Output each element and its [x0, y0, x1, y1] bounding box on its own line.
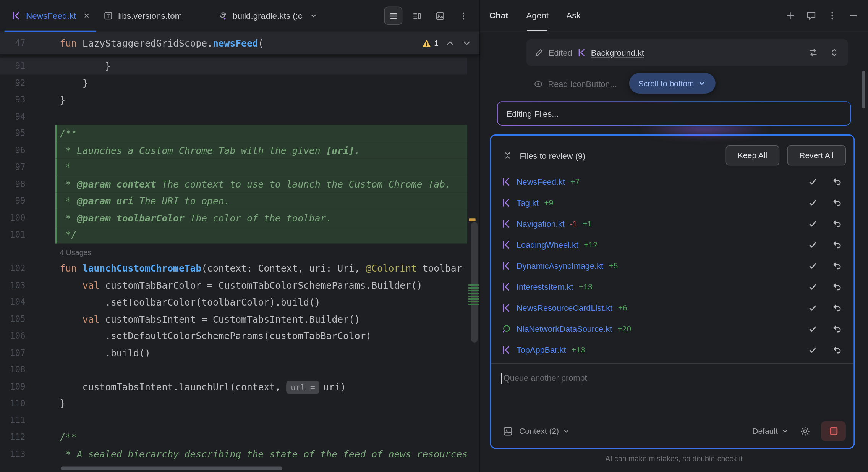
file-name-link[interactable]: LoadingWheel.kt [517, 240, 578, 249]
split-editor-icon[interactable] [407, 6, 426, 25]
file-row[interactable]: NewsResourceCardList.kt+6 [502, 297, 846, 318]
editor-options-kebab-icon[interactable] [454, 6, 472, 25]
revert-change-icon[interactable] [831, 239, 842, 250]
new-chat-icon[interactable] [784, 10, 796, 22]
context-selector[interactable]: Context (2) [519, 427, 570, 435]
code-line[interactable]: 109 customTabsIntent.launchUrl(context, … [0, 378, 467, 395]
file-name-link[interactable]: DynamicAsyncImage.kt [517, 261, 603, 270]
code-line[interactable]: 4 Usages [0, 243, 467, 260]
usages-hint[interactable]: 4 Usages [60, 248, 91, 257]
hide-panel-icon[interactable] [847, 10, 859, 22]
file-name-link[interactable]: InterestsItem.kt [517, 282, 573, 291]
file-row[interactable]: TopAppBar.kt+13 [502, 339, 846, 360]
revert-change-icon[interactable] [831, 281, 842, 292]
code-line[interactable]: 113 * A sealed hierarchy describing the … [0, 446, 467, 462]
edited-file-card[interactable]: Edited Background.kt [526, 39, 848, 66]
accept-change-icon[interactable] [807, 176, 818, 187]
file-row[interactable]: NiaNetworkDataSource.kt+20 [502, 318, 846, 339]
expand-collapse-icon[interactable] [828, 47, 840, 59]
file-name-link[interactable]: Navigation.kt [517, 219, 565, 228]
read-file-step[interactable]: Read IconButton... [534, 79, 617, 89]
file-row[interactable]: Tag.kt+9 [502, 192, 846, 213]
prompt-input[interactable]: Queue another prompt [491, 364, 853, 418]
code-line[interactable]: 105 val customTabsIntent = CustomTabsInt… [0, 311, 467, 328]
file-row[interactable]: NewsFeed.kt+7 [502, 171, 846, 192]
revert-change-icon[interactable] [831, 302, 842, 313]
code-line[interactable]: 102fun launchCustomChromeTab(context: Co… [0, 260, 467, 277]
code-line[interactable]: 101 */ [0, 226, 467, 243]
code-line[interactable]: 107 .build() [0, 344, 467, 361]
editor-horizontal-scrollbar[interactable] [61, 466, 282, 470]
close-tab-icon[interactable]: × [84, 11, 89, 21]
stop-button[interactable] [821, 421, 846, 441]
code-line[interactable]: 112/** [0, 429, 467, 446]
code-line[interactable]: 99 * @param uri The URI to open. [0, 192, 467, 209]
code-line[interactable]: 94 [0, 108, 467, 125]
revert-change-icon[interactable] [831, 323, 842, 334]
revert-change-icon[interactable] [831, 218, 842, 229]
next-problem-icon[interactable] [462, 38, 471, 48]
revert-change-icon[interactable] [831, 176, 842, 187]
accept-change-icon[interactable] [807, 302, 818, 313]
code-line[interactable]: 96 * Launches a Custom Chrome Tab with t… [0, 142, 467, 159]
revert-change-icon[interactable] [831, 197, 842, 208]
tab-newsfeed-kt[interactable]: NewsFeed.kt × [5, 0, 97, 32]
code-editor[interactable]: 91 }92 }93}9495/**96 * Launches a Custom… [0, 55, 479, 472]
prev-problem-icon[interactable] [445, 38, 455, 48]
file-name-link[interactable]: NewsResourceCardList.kt [517, 303, 612, 312]
accept-change-icon[interactable] [807, 323, 818, 334]
code-line[interactable]: 108 [0, 361, 467, 378]
accept-change-icon[interactable] [807, 344, 818, 355]
model-selector[interactable]: Default [752, 427, 789, 435]
preview-image-icon[interactable] [431, 6, 449, 25]
edited-file-link[interactable]: Background.kt [591, 48, 644, 57]
attach-image-icon[interactable] [502, 425, 514, 437]
code-line[interactable]: 95/** [0, 125, 467, 142]
editor-list-view-icon[interactable] [384, 6, 403, 25]
file-name-link[interactable]: NiaNetworkDataSource.kt [517, 324, 612, 333]
chat-vertical-scrollbar[interactable] [862, 71, 865, 108]
code-line[interactable]: 98 * @param context The context to use t… [0, 176, 467, 192]
settings-gear-icon[interactable] [799, 425, 811, 437]
sticky-code-line[interactable]: 47 fun LazyStaggeredGridScope.newsFeed( … [0, 32, 479, 55]
file-name-link[interactable]: TopAppBar.kt [517, 345, 566, 354]
file-row[interactable]: InterestsItem.kt+13 [502, 276, 846, 297]
scroll-to-bottom-button[interactable]: Scroll to bottom [629, 73, 716, 94]
code-line[interactable]: 97 * [0, 159, 467, 176]
inlay-hint-chip[interactable]: url = [287, 380, 319, 394]
collapse-all-icon[interactable] [502, 149, 514, 162]
code-line[interactable]: 103 val customTabBarColor = CustomTabCol… [0, 277, 467, 294]
code-line[interactable]: 104 .setToolbarColor(toolbarColor).build… [0, 294, 467, 310]
editor-vertical-scrollbar[interactable] [471, 222, 478, 343]
file-row[interactable]: LoadingWheel.kt+12 [502, 234, 846, 255]
revert-change-icon[interactable] [831, 260, 842, 271]
revert-change-icon[interactable] [831, 344, 842, 355]
code-line[interactable]: 91 } [0, 58, 467, 74]
keep-all-button[interactable]: Keep All [725, 145, 779, 165]
tab-build-gradle-kts[interactable]: build.gradle.kts (:c [211, 0, 325, 32]
tab-libs-versions-toml[interactable]: libs.versions.toml [97, 0, 191, 32]
file-name-link[interactable]: Tag.kt [517, 198, 539, 207]
warnings-indicator[interactable]: 1 [422, 39, 438, 48]
code-line[interactable]: 93} [0, 91, 467, 108]
code-line[interactable]: 100 * @param toolbarColor The color of t… [0, 209, 467, 226]
tab-agent[interactable]: Agent [526, 0, 549, 31]
accept-change-icon[interactable] [807, 260, 818, 271]
accept-change-icon[interactable] [807, 197, 818, 208]
more-options-kebab-icon[interactable] [826, 10, 838, 22]
revert-all-button[interactable]: Revert All [787, 145, 846, 165]
accept-change-icon[interactable] [807, 218, 818, 229]
file-row[interactable]: Navigation.kt-1+1 [502, 213, 846, 234]
chevron-down-icon[interactable] [309, 11, 318, 20]
code-line[interactable]: 110} [0, 395, 467, 412]
chat-history-icon[interactable] [805, 10, 817, 22]
file-name-link[interactable]: NewsFeed.kt [517, 177, 565, 186]
code-line[interactable]: 111 [0, 412, 467, 429]
code-line[interactable]: 106 .setDefaultColorSchemeParams(customT… [0, 328, 467, 344]
accept-change-icon[interactable] [807, 239, 818, 250]
accept-change-icon[interactable] [807, 281, 818, 292]
file-row[interactable]: DynamicAsyncImage.kt+5 [502, 255, 846, 276]
tab-ask[interactable]: Ask [566, 0, 580, 31]
code-line[interactable]: 92 } [0, 74, 467, 91]
show-diff-icon[interactable] [807, 47, 819, 59]
